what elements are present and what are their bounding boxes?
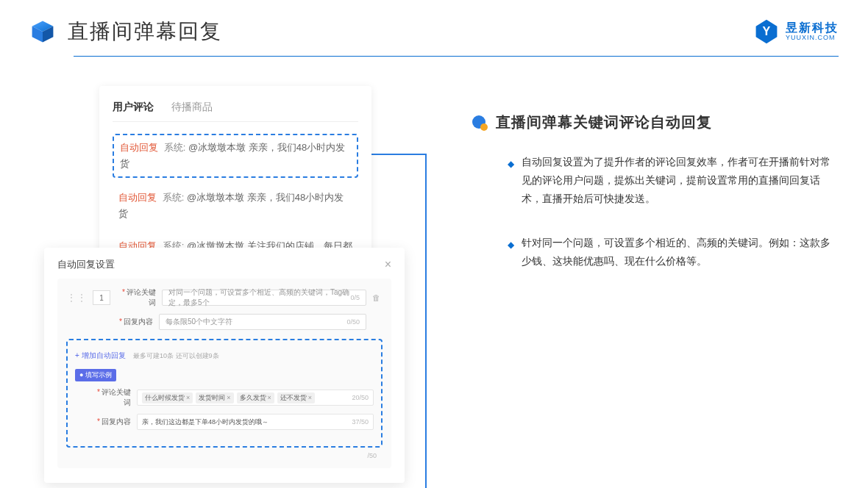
example-content-input[interactable]: 亲，我们这边都是下单48小时内发货的哦～ 37/50 bbox=[137, 414, 374, 430]
example-section: + 增加自动回复 最多可建10条 还可以创建9条 ● 填写示例 *评论关键词 什… bbox=[66, 339, 383, 448]
tag-item[interactable]: 什么时候发货× bbox=[142, 392, 193, 403]
drag-handle-icon[interactable]: ⋮⋮ bbox=[66, 292, 87, 304]
content-counter: 0/50 bbox=[346, 318, 360, 326]
tag-item[interactable]: 多久发货× bbox=[237, 392, 274, 403]
tag-item[interactable]: 发货时间× bbox=[196, 392, 233, 403]
auto-reply-badge: 自动回复 bbox=[118, 192, 157, 203]
keyword-counter: 0/5 bbox=[350, 294, 360, 301]
ex-content-value: 亲，我们这边都是下单48小时内发货的哦～ bbox=[142, 417, 268, 427]
keyword-row: ⋮⋮ 1 *评论关键词 对同一个问题，可设置多个相近、高频的关键词，Tag确定，… bbox=[66, 287, 383, 308]
settings-body: ⋮⋮ 1 *评论关键词 对同一个问题，可设置多个相近、高频的关键词，Tag确定，… bbox=[57, 279, 391, 468]
keyword-placeholder: 对同一个问题，可设置多个相近、高频的关键词，Tag确定，最多5个 bbox=[168, 287, 350, 308]
brand-name-en: YUUXIN.COM bbox=[786, 35, 839, 42]
header-left: 直播间弹幕回复 bbox=[29, 18, 222, 46]
brand-text: 昱新科技 YUUXIN.COM bbox=[786, 21, 839, 41]
tag-remove-icon: × bbox=[268, 394, 271, 401]
section-heading: 直播间弹幕关键词评论自动回复 bbox=[471, 112, 839, 132]
example-keyword-input[interactable]: 什么时候发货× 发货时间× 多久发货× 还不发货× 20/50 bbox=[137, 390, 374, 406]
content-label: *回复内容 bbox=[113, 317, 153, 327]
bullet-item: ◆ 自动回复设置为了提升作者的评论回复效率，作者可在开播前针对常见的评论用户问题… bbox=[471, 153, 839, 209]
close-icon[interactable]: × bbox=[385, 258, 391, 271]
svg-text:Y: Y bbox=[763, 24, 771, 37]
chat-bubble-icon bbox=[471, 114, 488, 132]
example-keyword-row: *评论关键词 什么时候发货× 发货时间× 多久发货× 还不发货× 20/50 bbox=[75, 387, 374, 408]
connector-line bbox=[425, 154, 427, 488]
example-content-row: *回复内容 亲，我们这边都是下单48小时内发货的哦～ 37/50 bbox=[75, 414, 374, 430]
ex-keyword-label: *评论关键词 bbox=[91, 387, 131, 408]
bullet-text: 自动回复设置为了提升作者的评论回复效率，作者可在开播前针对常见的评论用户问题，提… bbox=[522, 153, 839, 209]
content-input[interactable]: 每条限50个中文字符 0/50 bbox=[159, 314, 366, 330]
tab-user-comments[interactable]: 用户评论 bbox=[113, 101, 154, 121]
tag-remove-icon: × bbox=[186, 394, 190, 401]
comment-row-highlighted: 自动回复 系统: @冰墩墩本墩 亲亲，我们48小时内发货 bbox=[113, 134, 358, 178]
page-title: 直播间弹幕回复 bbox=[68, 18, 222, 46]
tab-pending-products[interactable]: 待播商品 bbox=[171, 101, 213, 121]
svg-point-5 bbox=[480, 123, 488, 131]
ex-content-label: *回复内容 bbox=[91, 417, 131, 427]
right-column: 直播间弹幕关键词评论自动回复 ◆ 自动回复设置为了提升作者的评论回复效率，作者可… bbox=[471, 86, 839, 299]
comments-tabs: 用户评论 待播商品 bbox=[113, 101, 358, 122]
add-auto-reply-link[interactable]: + 增加自动回复 最多可建10条 还可以创建9条 bbox=[75, 348, 374, 367]
left-column: 用户评论 待播商品 自动回复 系统: @冰墩墩本墩 亲亲，我们48小时内发货 自… bbox=[44, 86, 427, 299]
connector-line bbox=[371, 154, 425, 155]
ex-keyword-counter: 20/50 bbox=[352, 394, 369, 401]
system-label: 系统: bbox=[164, 142, 186, 153]
diamond-icon: ◆ bbox=[508, 157, 514, 209]
section-title: 直播间弹幕关键词评论自动回复 bbox=[496, 112, 712, 132]
cube-icon bbox=[29, 18, 56, 45]
auto-reply-settings-card: 自动回复设置 × ⋮⋮ 1 *评论关键词 对同一个问题，可设置多个相近、高频的关… bbox=[44, 248, 405, 483]
ex-content-counter: 37/50 bbox=[352, 418, 369, 426]
keyword-input[interactable]: 对同一个问题，可设置多个相近、高频的关键词，Tag确定，最多5个 0/5 bbox=[162, 290, 366, 306]
comment-row: 自动回复 系统: @冰墩墩本墩 亲亲，我们48小时内发货 bbox=[113, 185, 358, 226]
content-row: *回复内容 每条限50个中文字符 0/50 bbox=[66, 314, 383, 330]
content-placeholder: 每条限50个中文字符 bbox=[166, 317, 232, 327]
settings-header: 自动回复设置 × bbox=[57, 258, 391, 279]
add-hint: 最多可建10条 还可以创建9条 bbox=[133, 352, 219, 359]
tag-item[interactable]: 还不发货× bbox=[277, 392, 315, 403]
main-content: 用户评论 待播商品 自动回复 系统: @冰墩墩本墩 亲亲，我们48小时内发货 自… bbox=[0, 57, 868, 314]
brand-name-cn: 昱新科技 bbox=[786, 21, 839, 35]
row-number: 1 bbox=[93, 290, 110, 305]
outer-counter: /50 bbox=[66, 452, 383, 459]
example-badge: ● 填写示例 bbox=[75, 369, 116, 381]
keyword-label: *评论关键词 bbox=[116, 287, 156, 308]
bullet-item: ◆ 针对同一个问题，可设置多个相近的、高频的关键词。例如：这款多少钱、这块能优惠… bbox=[471, 234, 839, 270]
bullet-text: 针对同一个问题，可设置多个相近的、高频的关键词。例如：这款多少钱、这块能优惠吗、… bbox=[522, 234, 839, 270]
tag-remove-icon: × bbox=[308, 394, 312, 401]
diamond-icon: ◆ bbox=[508, 237, 514, 270]
brand-logo: Y 昱新科技 YUUXIN.COM bbox=[753, 18, 839, 45]
auto-reply-badge: 自动回复 bbox=[120, 142, 158, 153]
trash-icon[interactable]: 🗑 bbox=[372, 293, 383, 302]
settings-title: 自动回复设置 bbox=[57, 258, 115, 271]
system-label: 系统: bbox=[163, 192, 185, 203]
page-header: 直播间弹幕回复 Y 昱新科技 YUUXIN.COM bbox=[0, 0, 868, 56]
tag-remove-icon: × bbox=[227, 394, 230, 401]
brand-icon: Y bbox=[753, 18, 780, 45]
